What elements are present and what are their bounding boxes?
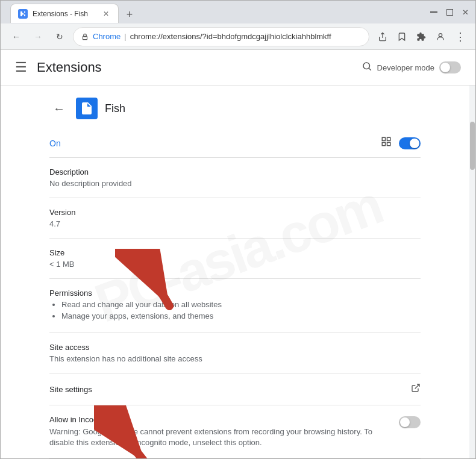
close-button[interactable]: ✕	[460, 7, 471, 17]
maximize-button[interactable]	[444, 7, 455, 17]
back-to-extensions-button[interactable]: ←	[49, 99, 69, 118]
menu-button[interactable]: ⋮	[451, 28, 468, 45]
tab-title: Extensions - Fish	[33, 10, 88, 18]
bookmark-button[interactable]	[393, 28, 410, 45]
extensions-button[interactable]	[413, 28, 430, 45]
version-section: Version 4.7	[49, 198, 421, 239]
site-access-value: This extension has no additional site ac…	[49, 354, 421, 363]
extension-status-label: On	[49, 139, 381, 148]
description-label: Description	[49, 167, 421, 176]
site-settings-row[interactable]: Site settings	[49, 373, 421, 405]
extension-name: Fish	[105, 102, 125, 115]
extension-enable-toggle[interactable]	[399, 137, 421, 149]
permission-item-2: Manage your apps, extensions, and themes	[61, 311, 421, 320]
forward-nav-button[interactable]: →	[30, 28, 46, 45]
incognito-toggle[interactable]	[399, 416, 421, 428]
incognito-label: Allow in Incognito	[49, 415, 389, 424]
page-title: Extensions	[37, 60, 362, 75]
site-access-label: Site access	[49, 343, 421, 352]
site-settings-label: Site settings	[49, 385, 411, 394]
new-tab-button[interactable]: +	[121, 6, 138, 23]
svg-rect-0	[430, 11, 437, 13]
svg-rect-7	[387, 137, 390, 140]
address-separator: |	[124, 32, 126, 41]
developer-mode-label: Developer mode	[377, 63, 434, 72]
version-label: Version	[49, 208, 421, 217]
svg-rect-8	[382, 143, 385, 146]
address-input[interactable]: Chrome | chrome://extensions/?id=bhdofgm…	[73, 27, 369, 46]
svg-point-4	[439, 33, 442, 36]
svg-point-5	[363, 63, 370, 69]
address-bar: ← → ↻ Chrome | chrome://extensions/?id=b…	[1, 23, 475, 50]
permissions-label: Permissions	[49, 289, 421, 298]
browser-tab[interactable]: Extensions - Fish ✕	[10, 4, 119, 23]
vertical-scrollbar[interactable]	[469, 86, 475, 458]
version-value: 4.7	[49, 219, 421, 228]
extension-detail-panel: ← Fish On	[1, 86, 469, 458]
profile-button[interactable]	[432, 28, 449, 45]
incognito-section: Allow in Incognito Warning: Google Chrom…	[49, 405, 421, 458]
grid-view-icon[interactable]	[381, 136, 392, 150]
extension-status-row: On	[49, 129, 421, 158]
search-button[interactable]	[362, 61, 372, 75]
svg-rect-1	[446, 9, 453, 15]
site-access-section: Site access This extension has no additi…	[49, 333, 421, 373]
size-section: Size < 1 MB	[49, 239, 421, 279]
svg-rect-6	[382, 137, 385, 140]
description-value: No description provided	[49, 179, 421, 188]
external-link-icon	[411, 383, 421, 395]
minimize-button[interactable]	[428, 7, 439, 17]
address-url-text: chrome://extensions/?id=bhdofgmdcgajjlhi…	[130, 32, 331, 41]
refresh-nav-button[interactable]: ↻	[51, 28, 68, 45]
tab-extension-icon	[18, 9, 28, 19]
back-nav-button[interactable]: ←	[8, 28, 25, 45]
tab-close-button[interactable]: ✕	[101, 9, 111, 19]
description-section: Description No description provided	[49, 158, 421, 198]
permissions-section: Permissions Read and change all your dat…	[49, 279, 421, 333]
address-site-name: Chrome	[93, 32, 121, 41]
lock-icon	[81, 33, 89, 41]
permissions-list: Read and change all your data on all web…	[49, 300, 421, 320]
extension-logo	[76, 98, 98, 119]
permission-item-1: Read and change all your data on all web…	[61, 300, 421, 309]
sidebar-toggle-button[interactable]: ☰	[15, 60, 27, 75]
developer-mode-toggle[interactable]	[439, 61, 461, 73]
size-value: < 1 MB	[49, 260, 421, 269]
extensions-header: ☰ Extensions Developer mode	[1, 50, 475, 86]
scrollbar-thumb[interactable]	[470, 122, 475, 170]
svg-rect-9	[387, 143, 390, 146]
size-label: Size	[49, 248, 421, 257]
extension-nav: ← Fish	[49, 86, 421, 129]
incognito-description: Warning: Google Chrome cannot prevent ex…	[49, 426, 389, 448]
page-share-button[interactable]	[374, 28, 391, 45]
